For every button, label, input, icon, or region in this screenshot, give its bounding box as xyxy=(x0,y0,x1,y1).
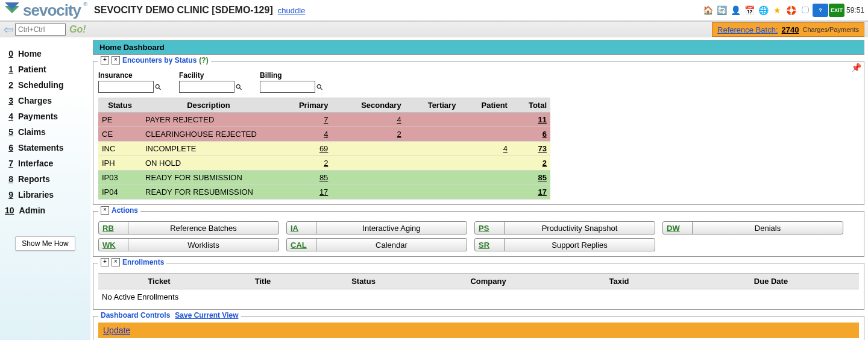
action-label: Interactive Aging xyxy=(316,224,467,233)
cell: PE xyxy=(98,113,142,127)
cell[interactable]: 69 xyxy=(275,142,332,156)
reference-batch-number[interactable]: 2740 xyxy=(782,25,799,34)
action-label: Support Replies xyxy=(505,241,655,250)
cell[interactable]: 85 xyxy=(275,171,332,185)
enrollments-legend[interactable]: Enrollments xyxy=(122,258,164,266)
enrollments-panel: + × Enrollments Ticket Title Status Comp… xyxy=(93,263,864,310)
cell[interactable]: 7 xyxy=(275,113,332,127)
reference-batch-label[interactable]: Reference Batch: xyxy=(717,25,778,34)
action-ia[interactable]: IAInteractive Aging xyxy=(286,221,467,235)
close-icon[interactable]: × xyxy=(101,206,109,215)
star-icon[interactable]: ★ xyxy=(771,4,784,17)
action-dw[interactable]: DWDenials xyxy=(662,221,843,235)
controls-legend: Dashboard Controls xyxy=(101,311,170,320)
update-link[interactable]: Update xyxy=(103,326,130,335)
cell: ON HOLD xyxy=(142,156,275,171)
table-row: INCINCOMPLETE69473 xyxy=(98,142,550,156)
expand-icon[interactable]: + xyxy=(101,56,109,65)
col-title: Title xyxy=(220,274,306,289)
exit-icon[interactable]: EXIT xyxy=(829,4,844,17)
col-description: Description xyxy=(142,98,275,113)
cell[interactable]: 85 xyxy=(511,171,550,185)
billing-input[interactable] xyxy=(260,81,315,93)
encounters-panel: + × Encounters by Status (?) 📌 Insurance… xyxy=(93,61,864,205)
search-icon[interactable]: ⚲ xyxy=(314,81,325,92)
action-sr[interactable]: SRSupport Replies xyxy=(474,238,655,251)
user-icon[interactable]: 👤 xyxy=(729,4,743,17)
actions-legend[interactable]: Actions xyxy=(112,206,138,215)
col-status: Status xyxy=(98,98,142,113)
save-current-view-link[interactable]: Save Current View xyxy=(175,311,238,320)
cell[interactable]: 2 xyxy=(332,127,404,142)
cell: IP03 xyxy=(98,171,142,185)
sidebar-item-admin[interactable]: 10Admin xyxy=(5,203,90,218)
close-icon[interactable]: × xyxy=(112,56,120,65)
sidebar-item-home[interactable]: 0Home xyxy=(5,46,90,61)
pin-icon[interactable]: 📌 xyxy=(851,63,861,72)
action-label: Reference Batches xyxy=(128,224,278,233)
globe-icon[interactable]: 🌐 xyxy=(757,4,770,17)
sidebar-item-libraries[interactable]: 9Libraries xyxy=(5,187,90,203)
sidebar-item-label: Claims xyxy=(18,127,46,137)
sidebar-item-label: Charges xyxy=(18,96,52,105)
help-icon[interactable]: ? xyxy=(813,4,828,17)
calendar-icon[interactable]: 📅 xyxy=(743,4,756,17)
go-button[interactable]: Go! xyxy=(69,24,86,35)
cell: INC xyxy=(98,142,142,156)
monitor-icon[interactable]: 🖵 xyxy=(799,4,812,17)
search-icon[interactable]: ⚲ xyxy=(153,81,163,92)
top-icon-bar: 🏠🔄👤📅🌐★🛟🖵?EXIT59:51 xyxy=(702,4,864,17)
facility-input[interactable] xyxy=(179,81,234,93)
reference-batch-type: Charges/Payments xyxy=(802,26,859,33)
cell: CLEARINGHOUSE REJECTED xyxy=(142,127,275,142)
cell xyxy=(332,171,404,185)
back-arrow-icon[interactable]: ⇦ xyxy=(4,22,14,37)
close-icon[interactable]: × xyxy=(112,258,120,266)
sidebar-item-label: Statements xyxy=(18,143,63,153)
hotkey: 3 xyxy=(5,96,13,105)
encounters-legend[interactable]: Encounters by Status xyxy=(122,56,197,65)
action-wk[interactable]: WKWorklists xyxy=(98,238,279,251)
quick-search-input[interactable] xyxy=(15,24,66,36)
user-link[interactable]: chuddle xyxy=(278,6,306,15)
cell[interactable]: 11 xyxy=(511,113,550,127)
home-icon[interactable]: 🏠 xyxy=(702,4,715,17)
insurance-input[interactable] xyxy=(98,81,154,93)
sidebar-item-label: Scheduling xyxy=(18,80,63,90)
sidebar-item-statements[interactable]: 6Statements xyxy=(5,140,90,156)
sidebar-item-charges[interactable]: 3Charges xyxy=(5,93,90,109)
cell xyxy=(459,185,511,200)
clinic-title: SEVOCITY DEMO CLINIC [SDEMO-129] xyxy=(94,5,273,16)
search-icon[interactable]: ⚲ xyxy=(233,81,244,92)
sidebar-item-interface[interactable]: 7Interface xyxy=(5,156,90,171)
cell[interactable]: 2 xyxy=(275,156,332,171)
cell[interactable]: 4 xyxy=(459,142,511,156)
help-icon[interactable]: (?) xyxy=(199,56,208,65)
cell[interactable]: 4 xyxy=(332,113,404,127)
action-cal[interactable]: CALCalendar xyxy=(286,238,467,251)
refresh-icon[interactable]: 🔄 xyxy=(715,4,729,17)
sidebar-item-claims[interactable]: 5Claims xyxy=(5,124,90,140)
cell[interactable]: 4 xyxy=(275,127,332,142)
cell[interactable]: 73 xyxy=(511,142,550,156)
expand-icon[interactable]: + xyxy=(101,258,109,266)
brand[interactable]: sevocity xyxy=(4,1,81,20)
action-label: Worklists xyxy=(128,241,278,250)
cell[interactable]: 17 xyxy=(511,185,550,200)
sidebar-item-scheduling[interactable]: 2Scheduling xyxy=(5,77,90,93)
help-ring-icon[interactable]: 🛟 xyxy=(785,4,798,17)
action-abbr: RB xyxy=(99,222,128,234)
sidebar: 0Home1Patient2Scheduling3Charges4Payment… xyxy=(0,37,90,340)
sidebar-item-payments[interactable]: 4Payments xyxy=(5,109,90,124)
cell[interactable]: 6 xyxy=(511,127,550,142)
cell[interactable]: 2 xyxy=(511,156,550,171)
col-taxid: Taxid xyxy=(555,274,683,289)
show-me-how-button[interactable]: Show Me How xyxy=(15,236,75,251)
cell[interactable]: 17 xyxy=(275,185,332,200)
action-ps[interactable]: PSProductivity Snapshot xyxy=(474,221,655,235)
enrollments-table: Ticket Title Status Company Taxid Due Da… xyxy=(98,273,859,304)
action-rb[interactable]: RBReference Batches xyxy=(98,221,279,235)
sidebar-item-reports[interactable]: 8Reports xyxy=(5,171,90,187)
table-row: CECLEARINGHOUSE REJECTED426 xyxy=(98,127,550,142)
sidebar-item-patient[interactable]: 1Patient xyxy=(5,61,90,77)
